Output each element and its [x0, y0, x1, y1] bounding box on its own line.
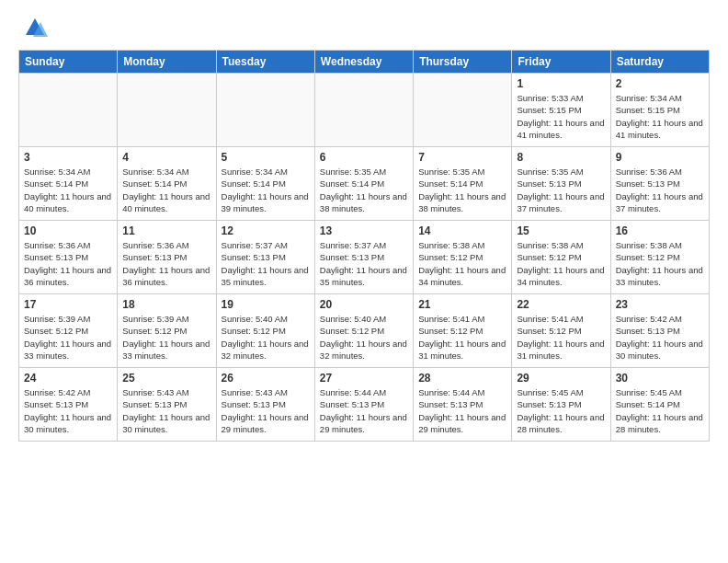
logo	[18, 15, 48, 40]
day-info: Sunrise: 5:39 AM Sunset: 5:12 PM Dayligh…	[122, 313, 210, 362]
day-info: Sunrise: 5:38 AM Sunset: 5:12 PM Dayligh…	[418, 239, 506, 288]
weekday-header-saturday: Saturday	[610, 51, 709, 74]
day-cell: 25Sunrise: 5:43 AM Sunset: 5:13 PM Dayli…	[118, 368, 216, 442]
day-number: 26	[222, 372, 310, 385]
day-cell: 2Sunrise: 5:34 AM Sunset: 5:15 PM Daylig…	[610, 74, 709, 147]
day-cell: 23Sunrise: 5:42 AM Sunset: 5:13 PM Dayli…	[610, 294, 709, 368]
day-info: Sunrise: 5:36 AM Sunset: 5:13 PM Dayligh…	[122, 239, 210, 288]
day-cell: 26Sunrise: 5:43 AM Sunset: 5:13 PM Dayli…	[216, 368, 314, 442]
day-info: Sunrise: 5:41 AM Sunset: 5:12 PM Dayligh…	[517, 313, 605, 362]
day-number: 28	[418, 372, 506, 385]
logo-icon	[22, 15, 48, 40]
day-cell: 3Sunrise: 5:34 AM Sunset: 5:14 PM Daylig…	[19, 147, 118, 221]
day-cell: 6Sunrise: 5:35 AM Sunset: 5:14 PM Daylig…	[314, 147, 413, 221]
day-cell: 4Sunrise: 5:34 AM Sunset: 5:14 PM Daylig…	[118, 147, 216, 221]
day-cell: 30Sunrise: 5:45 AM Sunset: 5:14 PM Dayli…	[610, 368, 709, 442]
day-number: 30	[616, 372, 704, 385]
weekday-header-tuesday: Tuesday	[216, 51, 314, 74]
day-number: 7	[418, 151, 506, 164]
day-number: 17	[24, 298, 112, 311]
day-cell: 13Sunrise: 5:37 AM Sunset: 5:13 PM Dayli…	[314, 221, 413, 294]
weekday-header-sunday: Sunday	[19, 51, 118, 74]
week-row-3: 17Sunrise: 5:39 AM Sunset: 5:12 PM Dayli…	[19, 294, 710, 368]
header	[18, 15, 710, 40]
day-cell: 28Sunrise: 5:44 AM Sunset: 5:13 PM Dayli…	[414, 368, 512, 442]
day-cell: 18Sunrise: 5:39 AM Sunset: 5:12 PM Dayli…	[118, 294, 216, 368]
day-cell: 11Sunrise: 5:36 AM Sunset: 5:13 PM Dayli…	[118, 221, 216, 294]
day-info: Sunrise: 5:36 AM Sunset: 5:13 PM Dayligh…	[616, 166, 704, 214]
day-number: 14	[418, 224, 506, 237]
day-info: Sunrise: 5:41 AM Sunset: 5:12 PM Dayligh…	[418, 313, 506, 362]
day-info: Sunrise: 5:34 AM Sunset: 5:14 PM Dayligh…	[222, 166, 310, 214]
day-info: Sunrise: 5:38 AM Sunset: 5:12 PM Dayligh…	[517, 239, 605, 288]
day-cell	[19, 74, 118, 147]
day-info: Sunrise: 5:37 AM Sunset: 5:13 PM Dayligh…	[222, 239, 310, 288]
day-cell	[414, 74, 512, 147]
day-info: Sunrise: 5:33 AM Sunset: 5:15 PM Dayligh…	[517, 92, 605, 141]
day-info: Sunrise: 5:43 AM Sunset: 5:13 PM Dayligh…	[122, 386, 210, 435]
day-number: 15	[517, 224, 605, 237]
day-cell: 19Sunrise: 5:40 AM Sunset: 5:12 PM Dayli…	[216, 294, 314, 368]
day-number: 11	[122, 224, 210, 237]
day-number: 6	[320, 151, 408, 164]
day-cell: 17Sunrise: 5:39 AM Sunset: 5:12 PM Dayli…	[19, 294, 118, 368]
calendar: SundayMondayTuesdayWednesdayThursdayFrid…	[18, 50, 710, 442]
day-info: Sunrise: 5:44 AM Sunset: 5:13 PM Dayligh…	[320, 386, 408, 435]
day-number: 10	[24, 224, 112, 237]
week-row-2: 10Sunrise: 5:36 AM Sunset: 5:13 PM Dayli…	[19, 221, 710, 294]
day-info: Sunrise: 5:35 AM Sunset: 5:13 PM Dayligh…	[517, 166, 605, 214]
day-cell: 27Sunrise: 5:44 AM Sunset: 5:13 PM Dayli…	[314, 368, 413, 442]
day-info: Sunrise: 5:45 AM Sunset: 5:14 PM Dayligh…	[616, 386, 704, 435]
day-number: 29	[517, 372, 605, 385]
day-number: 23	[616, 298, 704, 311]
day-number: 2	[616, 77, 704, 90]
week-row-1: 3Sunrise: 5:34 AM Sunset: 5:14 PM Daylig…	[19, 147, 710, 221]
day-cell: 24Sunrise: 5:42 AM Sunset: 5:13 PM Dayli…	[19, 368, 118, 442]
day-number: 16	[616, 224, 704, 237]
day-info: Sunrise: 5:43 AM Sunset: 5:13 PM Dayligh…	[222, 386, 310, 435]
day-number: 18	[122, 298, 210, 311]
day-info: Sunrise: 5:40 AM Sunset: 5:12 PM Dayligh…	[320, 313, 408, 362]
day-info: Sunrise: 5:35 AM Sunset: 5:14 PM Dayligh…	[320, 166, 408, 214]
day-number: 27	[320, 372, 408, 385]
day-number: 12	[222, 224, 310, 237]
day-info: Sunrise: 5:37 AM Sunset: 5:13 PM Dayligh…	[320, 239, 408, 288]
day-number: 22	[517, 298, 605, 311]
day-info: Sunrise: 5:42 AM Sunset: 5:13 PM Dayligh…	[24, 386, 112, 435]
day-info: Sunrise: 5:44 AM Sunset: 5:13 PM Dayligh…	[418, 386, 506, 435]
day-number: 8	[517, 151, 605, 164]
weekday-header-thursday: Thursday	[414, 51, 512, 74]
week-row-4: 24Sunrise: 5:42 AM Sunset: 5:13 PM Dayli…	[19, 368, 710, 442]
day-info: Sunrise: 5:34 AM Sunset: 5:14 PM Dayligh…	[122, 166, 210, 214]
weekday-header-friday: Friday	[512, 51, 610, 74]
day-info: Sunrise: 5:36 AM Sunset: 5:13 PM Dayligh…	[24, 239, 112, 288]
week-row-0: 1Sunrise: 5:33 AM Sunset: 5:15 PM Daylig…	[19, 74, 710, 147]
day-info: Sunrise: 5:40 AM Sunset: 5:12 PM Dayligh…	[222, 313, 310, 362]
day-number: 24	[24, 372, 112, 385]
weekday-header-wednesday: Wednesday	[314, 51, 413, 74]
day-cell: 1Sunrise: 5:33 AM Sunset: 5:15 PM Daylig…	[512, 74, 610, 147]
day-cell	[118, 74, 216, 147]
day-number: 3	[24, 151, 112, 164]
day-cell: 7Sunrise: 5:35 AM Sunset: 5:14 PM Daylig…	[414, 147, 512, 221]
day-cell: 16Sunrise: 5:38 AM Sunset: 5:12 PM Dayli…	[610, 221, 709, 294]
day-info: Sunrise: 5:42 AM Sunset: 5:13 PM Dayligh…	[616, 313, 704, 362]
page: SundayMondayTuesdayWednesdayThursdayFrid…	[0, 0, 728, 456]
day-info: Sunrise: 5:34 AM Sunset: 5:14 PM Dayligh…	[24, 166, 112, 214]
day-info: Sunrise: 5:34 AM Sunset: 5:15 PM Dayligh…	[616, 92, 704, 141]
day-info: Sunrise: 5:45 AM Sunset: 5:13 PM Dayligh…	[517, 386, 605, 435]
day-cell: 8Sunrise: 5:35 AM Sunset: 5:13 PM Daylig…	[512, 147, 610, 221]
weekday-header-row: SundayMondayTuesdayWednesdayThursdayFrid…	[19, 51, 710, 74]
day-cell: 20Sunrise: 5:40 AM Sunset: 5:12 PM Dayli…	[314, 294, 413, 368]
day-cell: 12Sunrise: 5:37 AM Sunset: 5:13 PM Dayli…	[216, 221, 314, 294]
day-number: 19	[222, 298, 310, 311]
day-number: 1	[517, 77, 605, 90]
day-info: Sunrise: 5:38 AM Sunset: 5:12 PM Dayligh…	[616, 239, 704, 288]
day-cell: 21Sunrise: 5:41 AM Sunset: 5:12 PM Dayli…	[414, 294, 512, 368]
day-cell	[314, 74, 413, 147]
day-cell: 14Sunrise: 5:38 AM Sunset: 5:12 PM Dayli…	[414, 221, 512, 294]
day-number: 21	[418, 298, 506, 311]
day-number: 9	[616, 151, 704, 164]
weekday-header-monday: Monday	[118, 51, 216, 74]
day-number: 13	[320, 224, 408, 237]
